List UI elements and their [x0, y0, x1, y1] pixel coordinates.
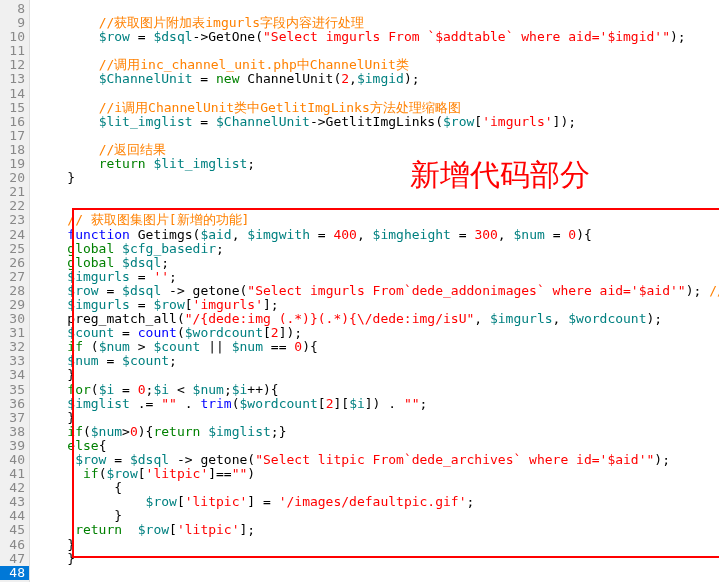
- code-line[interactable]: $row = $dsql->GetOne("Select imgurls Fro…: [36, 30, 719, 44]
- line-number: 36: [0, 397, 29, 411]
- code-line[interactable]: //返回结果: [36, 143, 719, 157]
- code-line[interactable]: }: [36, 171, 719, 185]
- line-number: 14: [0, 87, 29, 101]
- line-number: 40: [0, 453, 29, 467]
- line-number: 24: [0, 228, 29, 242]
- line-number: 46: [0, 538, 29, 552]
- code-line[interactable]: // 获取图集图片[新增的功能]: [36, 213, 719, 227]
- line-number: 31: [0, 326, 29, 340]
- line-number: 33: [0, 354, 29, 368]
- line-number: 15: [0, 101, 29, 115]
- code-line[interactable]: $num = $count;: [36, 354, 719, 368]
- line-number: 45: [0, 523, 29, 537]
- code-line[interactable]: {: [36, 481, 719, 495]
- line-number: 8: [0, 2, 29, 16]
- code-line[interactable]: //获取图片附加表imgurls字段内容进行处理: [36, 16, 719, 30]
- code-line[interactable]: else{: [36, 439, 719, 453]
- line-number: 30: [0, 312, 29, 326]
- line-number: 10: [0, 30, 29, 44]
- code-line[interactable]: $lit_imglist = $ChannelUnit->GetlitImgLi…: [36, 115, 719, 129]
- code-line[interactable]: preg_match_all("/{dede:img (.*)}(.*){\/d…: [36, 312, 719, 326]
- code-line[interactable]: function Getimgs($aid, $imgwith = 400, $…: [36, 228, 719, 242]
- line-number: 38: [0, 425, 29, 439]
- code-line[interactable]: [36, 2, 719, 16]
- line-number: 27: [0, 270, 29, 284]
- code-line[interactable]: if($row['litpic']==""): [36, 467, 719, 481]
- code-editor: 8910111213141516171819202122232425262728…: [0, 0, 719, 582]
- line-number: 43: [0, 495, 29, 509]
- code-line[interactable]: if($num>0){return $imglist;}: [36, 425, 719, 439]
- code-line[interactable]: [36, 87, 719, 101]
- code-line[interactable]: //调用inc_channel_unit.php中ChannelUnit类: [36, 58, 719, 72]
- code-line[interactable]: }: [36, 509, 719, 523]
- code-line[interactable]: $imglist .= "" . trim($wordcount[2][$i])…: [36, 397, 719, 411]
- line-number: 18: [0, 143, 29, 157]
- code-line[interactable]: $ChannelUnit = new ChannelUnit(2,$imgid)…: [36, 72, 719, 86]
- line-number: 41: [0, 467, 29, 481]
- code-line[interactable]: [36, 129, 719, 143]
- line-number: 21: [0, 185, 29, 199]
- code-line[interactable]: $row = $dsql -> getone("Select litpic Fr…: [36, 453, 719, 467]
- line-number: 48: [0, 566, 29, 580]
- line-number: 13: [0, 72, 29, 86]
- line-number: 42: [0, 481, 29, 495]
- line-number: 23: [0, 213, 29, 227]
- code-line[interactable]: return $lit_imglist;: [36, 157, 719, 171]
- code-line[interactable]: for($i = 0;$i < $num;$i++){: [36, 383, 719, 397]
- line-number: 39: [0, 439, 29, 453]
- line-number: 22: [0, 199, 29, 213]
- line-number: 44: [0, 509, 29, 523]
- code-line[interactable]: [36, 185, 719, 199]
- line-number: 32: [0, 340, 29, 354]
- code-line[interactable]: $imgurls = $row['imgurls'];: [36, 298, 719, 312]
- line-number: 28: [0, 284, 29, 298]
- line-number: 29: [0, 298, 29, 312]
- code-line[interactable]: global $cfg_basedir;: [36, 242, 719, 256]
- line-number: 25: [0, 242, 29, 256]
- code-line[interactable]: [36, 44, 719, 58]
- code-line[interactable]: }: [36, 368, 719, 382]
- code-line[interactable]: $count = count($wordcount[2]);: [36, 326, 719, 340]
- code-line[interactable]: }: [36, 552, 719, 566]
- code-line[interactable]: return $row['litpic'];: [36, 523, 719, 537]
- code-line[interactable]: if ($num > $count || $num == 0){: [36, 340, 719, 354]
- code-line[interactable]: $row = $dsql -> getone("Select imgurls F…: [36, 284, 719, 298]
- code-line[interactable]: $row['litpic'] = '/images/defaultpic.gif…: [36, 495, 719, 509]
- code-line[interactable]: }: [36, 411, 719, 425]
- line-number: 20: [0, 171, 29, 185]
- code-line[interactable]: [36, 199, 719, 213]
- line-number: 34: [0, 368, 29, 382]
- line-number: 47: [0, 552, 29, 566]
- line-number: 11: [0, 44, 29, 58]
- code-area[interactable]: 新增代码部分 //获取图片附加表imgurls字段内容进行处理 $row = $…: [30, 0, 719, 582]
- line-gutter: 8910111213141516171819202122232425262728…: [0, 0, 30, 582]
- code-line[interactable]: $imgurls = '';: [36, 270, 719, 284]
- line-number: 16: [0, 115, 29, 129]
- line-number: 37: [0, 411, 29, 425]
- code-line[interactable]: }: [36, 538, 719, 552]
- line-number: 19: [0, 157, 29, 171]
- code-line[interactable]: global $dsql;: [36, 256, 719, 270]
- line-number: 9: [0, 16, 29, 30]
- code-line[interactable]: //i调用ChannelUnit类中GetlitImgLinks方法处理缩略图: [36, 101, 719, 115]
- line-number: 35: [0, 383, 29, 397]
- code-line[interactable]: [36, 566, 719, 580]
- line-number: 26: [0, 256, 29, 270]
- line-number: 17: [0, 129, 29, 143]
- line-number: 12: [0, 58, 29, 72]
